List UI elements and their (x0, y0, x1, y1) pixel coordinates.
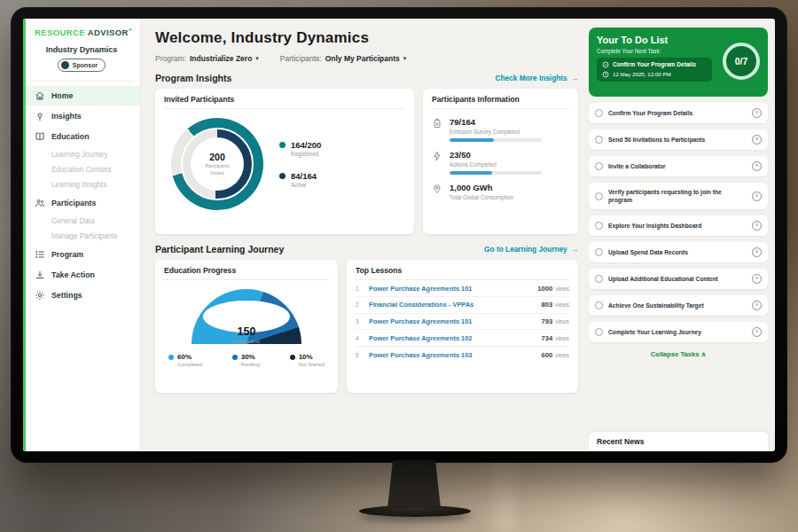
task-send-invitations[interactable]: Send 50 Invitations to Participants › (589, 129, 768, 150)
app-logo: RESOURCE ADVISOR+ (23, 19, 140, 41)
education-gauge: 150 Participants (192, 289, 301, 344)
task-explore-insights[interactable]: Explore Your Insights Dashboard › (589, 215, 768, 236)
stat-emission-survey: 79/164 Emission Survey Completed (432, 117, 569, 142)
lesson-link[interactable]: Power Purchase Agreements 102 (369, 334, 536, 342)
clock-icon (602, 71, 609, 78)
sidebar-item-insights[interactable]: Insights (23, 106, 140, 126)
task-confirm-program-details[interactable]: Confirm Your Program Details › (589, 103, 768, 123)
chevron-right-icon[interactable]: › (752, 301, 762, 310)
sidebar-item-manage-participants[interactable]: Manage Participants (23, 229, 140, 244)
education-progress-card: Education Progress 150 Participants 60% … (155, 260, 338, 393)
chevron-right-icon[interactable]: › (752, 247, 762, 257)
program-filter[interactable]: Program: Industrialize Zero ▾ (155, 54, 259, 63)
todo-panel: Your To Do List Complete Your Next Task:… (589, 19, 775, 451)
collapse-caret-icon: ∧ (701, 350, 707, 358)
chevron-right-icon[interactable]: › (752, 161, 762, 171)
legend-active: 84/164 Active (279, 171, 321, 188)
task-upload-spend-data[interactable]: Upload Spend Data Records › (589, 242, 768, 262)
recent-news-header: Recent News (589, 432, 768, 451)
task-checkbox[interactable] (595, 275, 603, 283)
task-achieve-sustainability-target[interactable]: Achieve One Sustainability Target › (589, 295, 768, 316)
task-checkbox[interactable] (595, 222, 603, 230)
sidebar-item-settings[interactable]: Settings (23, 286, 140, 305)
desk-highlight (493, 461, 516, 532)
next-task-box[interactable]: Confirm Your Program Details 12 May 2025… (597, 58, 712, 82)
sidebar-item-take-action[interactable]: Take Action (23, 265, 140, 285)
task-verify-participants[interactable]: Verify participants requesting to join t… (589, 183, 768, 209)
legend-completed: 60% Completed (168, 353, 202, 367)
chevron-right-icon[interactable]: › (752, 135, 762, 145)
sidebar-item-home[interactable]: Home (23, 86, 140, 106)
home-icon (35, 90, 45, 101)
sidebar: RESOURCE ADVISOR+ Industry Dynamics Spon… (23, 19, 141, 451)
todo-progress-ring: 0/7 (723, 43, 760, 80)
stat-actions-completed: 23/50 Actions Completed (432, 150, 569, 175)
sidebar-item-education-content[interactable]: Education Content (23, 162, 140, 177)
sponsor-badge: Sponsor (58, 59, 106, 72)
participants-filter[interactable]: Participants: Only My Participants ▾ (280, 54, 406, 63)
pending-dot-icon (232, 355, 238, 360)
task-checkbox[interactable] (595, 162, 603, 170)
download-icon (35, 270, 45, 280)
chevron-right-icon[interactable]: › (752, 221, 762, 231)
lesson-link[interactable]: Financial Considerations - VPPAs (369, 301, 536, 309)
lightbulb-icon (35, 111, 45, 121)
lesson-row: 3 Power Purchase Agreements 101 793views (356, 314, 569, 331)
legend-pending: 30% Pending (232, 353, 260, 367)
lesson-row: 1 Power Purchase Agreements 101 1000view… (356, 280, 569, 297)
check-more-insights-link[interactable]: Check More Insights → (496, 74, 578, 82)
chevron-right-icon[interactable]: › (752, 192, 762, 201)
chevron-right-icon[interactable]: › (752, 108, 762, 118)
task-upload-educational-content[interactable]: Upload Additional Educational Content › (589, 269, 768, 289)
sidebar-item-general-data[interactable]: General Data (23, 214, 140, 229)
emission-progress-fill (450, 138, 494, 142)
sidebar-item-participants[interactable]: Participants (23, 193, 140, 213)
education-card-title: Education Progress (164, 266, 329, 280)
gear-icon (35, 290, 45, 301)
monitor-bezel: RESOURCE ADVISOR+ Industry Dynamics Spon… (11, 7, 787, 463)
chevron-right-icon[interactable]: › (752, 274, 762, 284)
lesson-row: 2 Financial Considerations - VPPAs 803vi… (356, 297, 569, 314)
not-started-dot-icon (290, 355, 295, 360)
task-checkbox[interactable] (595, 301, 603, 309)
check-circle-icon (602, 61, 609, 68)
sidebar-item-learning-journey[interactable]: Learning Journey (23, 147, 140, 162)
dashboard-screen: RESOURCE ADVISOR+ Industry Dynamics Spon… (23, 19, 775, 451)
lesson-link[interactable]: Power Purchase Agreements 101 (369, 317, 536, 325)
task-checkbox[interactable] (595, 109, 603, 117)
org-section: Industry Dynamics Sponsor (31, 41, 132, 82)
lesson-link[interactable]: Power Purchase Agreements 103 (369, 351, 536, 359)
list-icon (35, 249, 45, 260)
collapse-tasks-link[interactable]: Collapse Tasks ∧ (589, 350, 768, 358)
lesson-link[interactable]: Power Purchase Agreements 101 (369, 285, 531, 293)
task-complete-learning-journey[interactable]: Complete Your Learning Journey › (589, 322, 768, 342)
chevron-down-icon: ▾ (255, 55, 259, 62)
chevron-right-icon[interactable]: › (752, 327, 762, 337)
invited-participants-card: Invited Participants 200 Participants In… (155, 89, 414, 234)
go-to-learning-journey-link[interactable]: Go to Learning Journey → (484, 245, 578, 254)
invited-donut-outer: 200 Participants Invited (171, 118, 263, 210)
top-lessons-title: Top Lessons (356, 266, 569, 280)
program-insights-heading: Program Insights (155, 73, 231, 83)
sidebar-item-program[interactable]: Program (23, 245, 140, 264)
sidebar-item-learning-insights[interactable]: Learning Insights (23, 177, 140, 192)
task-checkbox[interactable] (595, 192, 603, 200)
completed-dot-icon (168, 355, 174, 360)
main-content: Welcome, Industry Dynamics Program: Indu… (141, 19, 589, 451)
task-checkbox[interactable] (595, 328, 603, 336)
page-title: Welcome, Industry Dynamics (155, 29, 578, 47)
org-name: Industry Dynamics (35, 45, 129, 54)
actions-progress-fill (450, 171, 492, 175)
learning-journey-heading: Participant Learning Journey (155, 244, 284, 254)
invited-card-title: Invited Participants (164, 95, 405, 109)
info-card-title: Participants Information (432, 95, 569, 109)
lesson-row: 5 Power Purchase Agreements 103 600views (356, 347, 569, 363)
emission-progress-bar (450, 138, 542, 142)
invited-donut-center: 200 Participants Invited (191, 137, 244, 191)
pin-icon (432, 184, 442, 194)
task-checkbox[interactable] (595, 248, 603, 256)
task-checkbox[interactable] (595, 136, 603, 144)
sidebar-item-education[interactable]: Education (23, 127, 140, 146)
education-legend: 60% Completed 30% Pending 10% Not Starte… (164, 353, 329, 367)
task-invite-collaborator[interactable]: Invite a Collaborator › (589, 156, 768, 176)
